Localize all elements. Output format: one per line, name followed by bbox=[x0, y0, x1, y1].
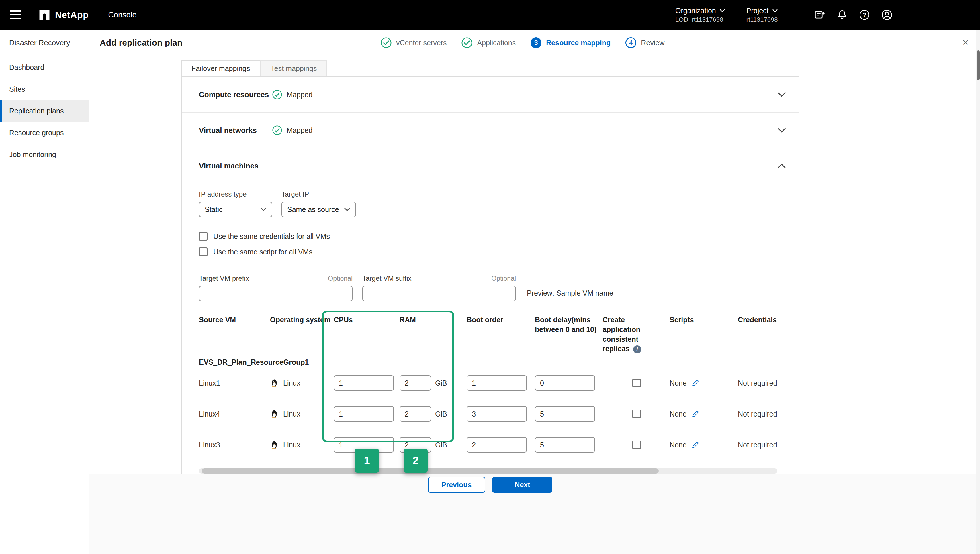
organization-label: Organization bbox=[675, 6, 716, 15]
caret-down-icon bbox=[344, 207, 350, 212]
next-button[interactable]: Next bbox=[492, 477, 552, 493]
step-applications[interactable]: Applications bbox=[461, 37, 516, 48]
chevron-down-icon[interactable] bbox=[777, 127, 786, 133]
console-switcher-icon[interactable] bbox=[813, 8, 827, 22]
consistent-replicas-checkbox[interactable] bbox=[632, 410, 641, 418]
chevron-up-icon[interactable] bbox=[777, 163, 786, 169]
status-text: Mapped bbox=[287, 91, 313, 99]
topbar-icons: ? bbox=[813, 8, 894, 22]
sidebar: Disaster Recovery Dashboard Sites Replic… bbox=[0, 30, 89, 554]
boot-delay-input[interactable] bbox=[535, 375, 595, 391]
ip-settings-row: IP address type Static Target IP Same as… bbox=[199, 190, 781, 217]
chevron-down-icon[interactable] bbox=[777, 92, 786, 97]
project-label: Project bbox=[746, 6, 769, 15]
boot-delay-input[interactable] bbox=[535, 406, 595, 422]
col-boot-delay: Boot delay(mins between 0 and 10) bbox=[535, 315, 602, 334]
sidebar-item-replication-plans[interactable]: Replication plans bbox=[0, 100, 89, 122]
help-icon[interactable]: ? bbox=[858, 8, 871, 22]
target-vm-prefix-input[interactable] bbox=[199, 286, 353, 301]
edit-script-icon[interactable] bbox=[691, 410, 699, 418]
tab-test-mappings[interactable]: Test mappings bbox=[260, 60, 327, 76]
os-label: Linux bbox=[283, 379, 300, 387]
consistent-replicas-checkbox[interactable] bbox=[632, 379, 641, 387]
sidebar-nav: Dashboard Sites Replication plans Resour… bbox=[0, 56, 89, 165]
ip-address-type-select[interactable]: Static bbox=[199, 202, 272, 217]
horizontal-scrollbar[interactable] bbox=[199, 468, 777, 473]
boot-order-input[interactable] bbox=[467, 375, 527, 391]
vm-table-header: Source VM Operating system CPUs RAM Boot… bbox=[199, 315, 777, 354]
section-title: Compute resources bbox=[199, 90, 272, 99]
sidebar-item-job-monitoring[interactable]: Job monitoring bbox=[0, 143, 89, 165]
linux-penguin-icon bbox=[270, 440, 279, 450]
table-row: Linux3 Linux GiB None bbox=[199, 430, 777, 460]
boot-delay-input[interactable] bbox=[535, 437, 595, 452]
step-vcenter-servers[interactable]: vCenter servers bbox=[381, 37, 447, 48]
target-vm-suffix-input[interactable] bbox=[362, 286, 516, 301]
cpus-input[interactable] bbox=[334, 375, 394, 391]
app-root: NetApp Console Organization LOD_rt113176… bbox=[0, 0, 980, 554]
section-title: Virtual machines bbox=[199, 162, 272, 170]
credentials-value: Not required bbox=[738, 379, 777, 387]
vm-name: Linux1 bbox=[199, 379, 270, 387]
caret-down-icon bbox=[260, 207, 267, 212]
ram-input[interactable] bbox=[399, 375, 431, 391]
sidebar-item-resource-groups[interactable]: Resource groups bbox=[0, 122, 89, 143]
edit-script-icon[interactable] bbox=[691, 441, 699, 449]
project-selector[interactable]: Project rt11317698 bbox=[746, 6, 796, 24]
consistent-replicas-checkbox[interactable] bbox=[632, 441, 641, 449]
check-circle-icon bbox=[461, 37, 472, 48]
ram-input[interactable] bbox=[399, 406, 431, 422]
horizontal-scrollbar-thumb[interactable] bbox=[202, 468, 659, 473]
chevron-down-icon bbox=[772, 9, 778, 13]
target-ip-field: Target IP Same as source bbox=[281, 190, 356, 217]
status-text: Mapped bbox=[287, 126, 313, 135]
info-icon[interactable] bbox=[633, 345, 641, 353]
ram-unit: GiB bbox=[435, 441, 447, 449]
netapp-mark-icon bbox=[38, 9, 51, 21]
col-boot-order: Boot order bbox=[467, 315, 535, 325]
edit-script-icon[interactable] bbox=[691, 379, 699, 387]
wizard-stepper: vCenter servers Applications 3 Resource … bbox=[381, 30, 664, 56]
table-row: Linux1 Linux GiB None bbox=[199, 368, 777, 398]
sidebar-item-sites[interactable]: Sites bbox=[0, 78, 89, 100]
target-ip-label: Target IP bbox=[281, 190, 356, 198]
os-label: Linux bbox=[283, 410, 300, 418]
select-value: Static bbox=[205, 205, 223, 214]
os-label: Linux bbox=[283, 441, 300, 449]
step-resource-mapping[interactable]: 3 Resource mapping bbox=[531, 37, 611, 48]
hamburger-menu-icon[interactable] bbox=[10, 10, 21, 19]
chevron-down-icon bbox=[720, 9, 725, 13]
same-credentials-label: Use the same credentials for all VMs bbox=[213, 232, 330, 240]
step-review[interactable]: 4 Review bbox=[626, 37, 664, 48]
same-credentials-row: Use the same credentials for all VMs bbox=[199, 232, 781, 240]
vm-table: Source VM Operating system CPUs RAM Boot… bbox=[199, 315, 777, 495]
account-icon[interactable] bbox=[880, 8, 894, 22]
page-title: Add replication plan bbox=[100, 38, 182, 48]
previous-button[interactable]: Previous bbox=[428, 477, 485, 493]
scripts-value: None bbox=[670, 379, 687, 387]
product-name: Console bbox=[108, 11, 136, 19]
networks-mapped-status: Mapped bbox=[272, 126, 313, 135]
cpus-input[interactable] bbox=[334, 406, 394, 422]
sidebar-item-dashboard[interactable]: Dashboard bbox=[0, 56, 89, 78]
optional-label: Optional bbox=[328, 275, 353, 282]
select-value: Same as source bbox=[287, 205, 339, 214]
same-credentials-checkbox[interactable] bbox=[199, 232, 207, 240]
boot-order-input[interactable] bbox=[467, 406, 527, 422]
wizard-footer: Previous Next bbox=[89, 474, 980, 554]
organization-selector[interactable]: Organization LOD_rt11317698 bbox=[675, 6, 725, 24]
vertical-scrollbar-thumb[interactable] bbox=[977, 51, 980, 80]
ram-unit: GiB bbox=[435, 410, 447, 418]
notifications-bell-icon[interactable] bbox=[835, 8, 849, 22]
tab-failover-mappings[interactable]: Failover mappings bbox=[181, 60, 260, 76]
col-scripts: Scripts bbox=[670, 315, 738, 325]
section-virtual-machines: Virtual machines bbox=[182, 148, 798, 183]
close-icon[interactable]: ✕ bbox=[962, 38, 969, 47]
vertical-scrollbar[interactable] bbox=[976, 30, 980, 554]
check-circle-icon bbox=[272, 90, 282, 99]
boot-order-input[interactable] bbox=[467, 437, 527, 452]
target-ip-select[interactable]: Same as source bbox=[281, 202, 356, 217]
vm-checkbox-group: Use the same credentials for all VMs Use… bbox=[199, 232, 781, 256]
topbar-right: Organization LOD_rt11317698 Project rt11… bbox=[675, 0, 894, 30]
same-script-checkbox[interactable] bbox=[199, 247, 207, 256]
